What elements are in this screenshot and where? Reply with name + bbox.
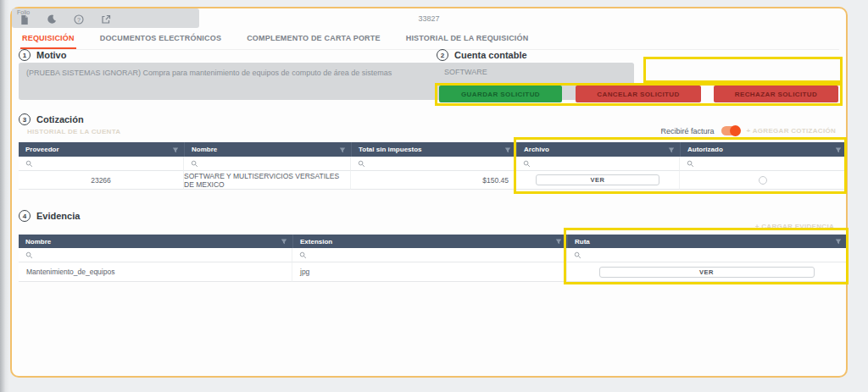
search-icon: [358, 160, 365, 168]
filter-input-autorizado[interactable]: [698, 158, 793, 168]
section-motivo-heading: 1 Motivo: [19, 49, 66, 61]
search-icon: [687, 160, 694, 168]
main-panel: ? REQUISICIÓN DOCUMENTOS ELECTRÓNICOS CO…: [10, 7, 848, 378]
filter-icon[interactable]: [835, 146, 842, 153]
evidencia-header-row: Nombre Extension Ruta: [19, 235, 847, 248]
column-header-nombre[interactable]: Nombre: [184, 142, 351, 157]
agregar-cotizacion-button[interactable]: + AGREGAR COTIZACIÓN: [747, 127, 836, 135]
column-header-nombre[interactable]: Nombre: [19, 235, 292, 248]
search-icon: [25, 251, 33, 259]
filter-icon[interactable]: [835, 238, 842, 245]
filter-cell: [19, 248, 292, 262]
evidencia-data-row[interactable]: Mantenimiento_de_equipos jpg VER: [19, 262, 847, 282]
section-cuenta-contable-heading: 2 Cuenta contable: [437, 49, 527, 61]
cell-nombre: SOFTWARE Y MULTISERVICIOS VERSATILES DE …: [184, 171, 351, 190]
section-evidencia-heading: 4 Evidencia: [19, 210, 80, 222]
search-icon: [191, 160, 198, 168]
cargar-evidencia-button[interactable]: + CARGAR EVIDENCIA: [755, 223, 834, 230]
filter-icon[interactable]: [339, 146, 346, 153]
column-header-proveedor[interactable]: Proveedor: [19, 142, 184, 157]
cell-extension: jpg: [292, 262, 567, 282]
cotizacion-header-row: Proveedor Nombre Total sin impuestos Arc…: [19, 142, 847, 157]
filter-cell: [19, 157, 184, 171]
filter-input-evidencia-nombre[interactable]: [36, 250, 196, 260]
filter-input-archivo[interactable]: [534, 158, 627, 168]
filter-input-extension[interactable]: [310, 250, 470, 260]
cotizacion-data-row[interactable]: 23266 SOFTWARE Y MULTISERVICIOS VERSATIL…: [19, 171, 847, 190]
evidencia-table: Nombre Extension Ruta: [19, 235, 847, 282]
filter-cell: [680, 157, 847, 171]
cell-ruta: VER: [567, 262, 847, 282]
filter-cell: [184, 157, 351, 171]
section-number-4: 4: [19, 210, 31, 222]
historial-cuenta-button[interactable]: HISTORIAL DE LA CUENTA: [27, 128, 120, 135]
cell-proveedor: 23266: [19, 171, 184, 190]
filter-input-total[interactable]: [369, 158, 464, 168]
filter-cell: [351, 157, 516, 171]
filter-icon[interactable]: [555, 238, 562, 245]
cotizacion-table: Proveedor Nombre Total sin impuestos Arc…: [19, 142, 847, 190]
filter-input-proveedor[interactable]: [36, 158, 131, 168]
section-number-2: 2: [437, 49, 448, 61]
column-header-autorizado[interactable]: Autorizado: [680, 142, 847, 157]
cell-evidencia-nombre: Mantenimiento_de_equipos: [19, 262, 292, 282]
guardar-solicitud-button[interactable]: GUARDAR SOLICITUD: [439, 86, 562, 102]
highlight-box-folio: [643, 57, 843, 83]
rechazar-solicitud-button[interactable]: RECHAZAR SOLICITUD: [714, 86, 838, 102]
window-edge-strip: [0, 0, 9, 392]
cell-archivo: VER: [516, 171, 680, 190]
evidencia-filter-row: [19, 248, 847, 262]
section-title-evidencia: Evidencia: [36, 211, 80, 221]
recibire-factura-row: Recibiré factura + AGREGAR COTIZACIÓN: [660, 126, 836, 135]
tab-complemento-carta-porte[interactable]: COMPLEMENTO DE CARTA PORTE: [245, 30, 382, 49]
column-header-archivo[interactable]: Archivo: [516, 142, 680, 157]
recibire-factura-label: Recibiré factura: [660, 127, 714, 135]
cell-total: $150.45: [351, 171, 516, 190]
column-header-ruta[interactable]: Ruta: [567, 235, 847, 248]
section-number-3: 3: [19, 113, 31, 125]
column-header-extension[interactable]: Extension: [292, 235, 567, 248]
cell-autorizado: [680, 171, 847, 190]
filter-cell: [292, 248, 567, 262]
section-number-1: 1: [19, 49, 31, 61]
tab-requisicion[interactable]: REQUISICIÓN: [20, 30, 76, 49]
filter-input-nombre[interactable]: [202, 158, 298, 168]
search-icon: [523, 160, 531, 168]
cotizacion-filter-row: [19, 157, 847, 171]
filter-cell: [516, 157, 680, 171]
recibire-factura-toggle[interactable]: [721, 126, 740, 135]
ver-archivo-button[interactable]: VER: [536, 174, 659, 185]
search-icon: [299, 251, 307, 259]
filter-icon[interactable]: [504, 146, 511, 153]
requisition-app: ? REQUISICIÓN DOCUMENTOS ELECTRÓNICOS CO…: [0, 0, 868, 392]
filter-icon[interactable]: [281, 238, 287, 245]
search-icon: [25, 160, 33, 168]
filter-icon[interactable]: [172, 146, 179, 153]
folio-value: 33827: [12, 14, 846, 23]
ver-ruta-button[interactable]: VER: [599, 267, 815, 278]
filter-icon[interactable]: [668, 146, 675, 153]
search-icon: [574, 251, 581, 259]
tab-bar: REQUISICIÓN DOCUMENTOS ELECTRÓNICOS COMP…: [19, 30, 839, 50]
tab-historial-requisicion[interactable]: HISTORIAL DE LA REQUISICIÓN: [404, 30, 531, 49]
tab-documentos-electronicos[interactable]: DOCUMENTOS ELECTRÓNICOS: [98, 30, 223, 49]
cuenta-contable-field[interactable]: SOFTWARE: [437, 63, 634, 81]
section-cotizacion-heading: 3 Cotización: [19, 113, 84, 125]
toggle-knob: [730, 125, 741, 136]
section-title-motivo: Motivo: [36, 50, 66, 60]
filter-cell: [567, 248, 847, 262]
filter-input-ruta[interactable]: [585, 250, 748, 260]
cancelar-solicitud-button[interactable]: CANCELAR SOLICITUD: [576, 86, 701, 102]
autorizado-radio[interactable]: [759, 176, 767, 185]
section-title-cotizacion: Cotización: [36, 114, 84, 124]
section-title-cuenta-contable: Cuenta contable: [454, 50, 527, 60]
column-header-total-sin-impuestos[interactable]: Total sin impuestos: [351, 142, 516, 157]
